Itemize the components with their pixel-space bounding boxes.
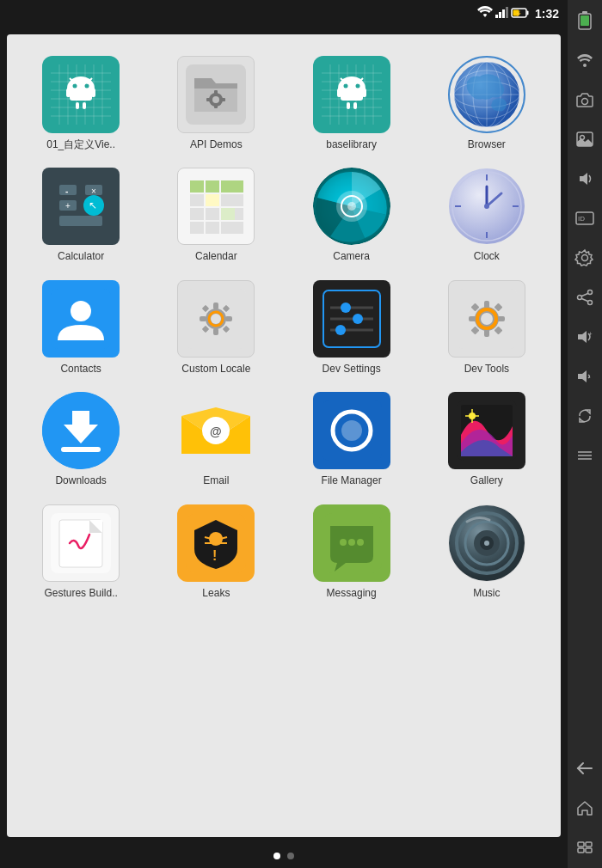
svg-point-166 (348, 539, 355, 546)
app-item-gestures[interactable]: Gestures Build.. (15, 500, 146, 603)
svg-text:-: - (588, 373, 591, 381)
svg-text:ID: ID (578, 215, 585, 223)
app-item-contacts[interactable]: Contacts (15, 276, 146, 379)
app-item-calculator[interactable]: - × + ↖ Calculator (15, 163, 146, 266)
svg-rect-136 (497, 316, 505, 321)
app-item-devtools[interactable]: Dev Tools (421, 276, 552, 379)
status-icons: ⚡ 1:32 (477, 6, 559, 21)
sidebar-battery-icon[interactable] (573, 9, 597, 33)
app-item-base[interactable]: baselibrary (286, 52, 417, 155)
svg-rect-176 (580, 15, 589, 26)
sidebar-share-icon[interactable] (573, 285, 597, 309)
svg-point-107 (484, 204, 489, 209)
app-item-01view[interactable]: 01_自定义Vie.. (15, 52, 146, 155)
svg-rect-92 (235, 194, 243, 206)
svg-rect-135 (469, 316, 476, 321)
sidebar-id-icon[interactable]: ID (573, 206, 597, 230)
svg-point-184 (588, 290, 593, 295)
sidebar-list-icon[interactable] (573, 443, 597, 468)
sidebar-back-icon[interactable] (573, 756, 597, 780)
sidebar-menu-icon[interactable] (573, 835, 597, 859)
app-label-gallery: Gallery (470, 474, 503, 486)
svg-rect-28 (91, 89, 95, 97)
svg-point-112 (211, 314, 221, 324)
svg-point-173 (484, 541, 489, 546)
svg-point-109 (71, 301, 91, 321)
page-dot-1[interactable] (273, 853, 280, 859)
app-item-messaging[interactable]: Messaging (286, 500, 417, 603)
app-icon-messaging (313, 504, 390, 582)
sidebar-volume-icon[interactable] (573, 167, 597, 191)
svg-rect-93 (235, 208, 243, 220)
app-label-messaging: Messaging (327, 587, 377, 599)
svg-rect-197 (578, 842, 584, 847)
sidebar-home-icon[interactable] (573, 796, 597, 820)
sidebar-camera-icon[interactable] (573, 88, 597, 112)
main-screen: ⚡ 1:32 (0, 0, 568, 868)
sidebar-photo-icon[interactable] (573, 127, 597, 151)
svg-point-186 (578, 296, 582, 300)
app-item-gallery[interactable]: Gallery (421, 388, 552, 491)
svg-rect-134 (484, 329, 489, 337)
svg-marker-191 (578, 370, 587, 382)
svg-marker-189 (578, 331, 587, 343)
svg-rect-37 (221, 98, 225, 101)
status-bar: ⚡ 1:32 (0, 0, 568, 28)
app-icon-contacts (42, 280, 120, 358)
svg-point-128 (335, 325, 346, 335)
svg-point-167 (357, 539, 364, 546)
svg-text:-: - (65, 186, 68, 196)
svg-text:!: ! (212, 548, 217, 563)
app-icon-browser (448, 56, 525, 133)
svg-rect-94 (235, 222, 243, 234)
svg-text:@: @ (210, 425, 222, 438)
app-item-calendar[interactable]: Calendar (150, 163, 281, 266)
svg-line-187 (582, 294, 588, 296)
svg-rect-1 (499, 12, 501, 18)
sidebar-volume-up-icon[interactable]: + (573, 325, 597, 349)
svg-rect-175 (582, 11, 587, 14)
app-item-leaks[interactable]: ! Leaks (150, 500, 281, 603)
svg-rect-85 (190, 208, 204, 220)
app-label-01view: 01_自定义Vie.. (46, 138, 115, 150)
app-item-api[interactable]: API Demos (150, 52, 281, 155)
sidebar-wifi-icon[interactable] (573, 48, 597, 72)
svg-point-98 (347, 202, 356, 211)
svg-rect-57 (337, 89, 341, 97)
svg-point-165 (340, 539, 347, 546)
svg-point-149 (341, 420, 362, 441)
sidebar-settings-icon[interactable] (573, 246, 597, 270)
svg-rect-3 (506, 7, 508, 18)
svg-point-23 (85, 84, 89, 89)
svg-point-33 (212, 96, 219, 103)
app-item-browser[interactable]: Browser (421, 52, 552, 155)
app-item-filemanager[interactable]: File Manager (286, 388, 417, 491)
app-icon-clock (448, 168, 525, 245)
svg-point-53 (355, 84, 359, 89)
wifi-icon (477, 6, 493, 21)
battery-icon: ⚡ (512, 6, 529, 21)
app-item-clock[interactable]: Clock (421, 163, 552, 266)
app-item-devsettings[interactable]: Dev Settings (286, 276, 417, 379)
svg-rect-5 (526, 11, 528, 15)
page-indicators (0, 844, 568, 868)
app-item-music[interactable]: Music (421, 500, 552, 603)
app-item-camera[interactable]: Camera (286, 163, 417, 266)
right-sidebar: ID + - (568, 0, 602, 868)
svg-rect-58 (362, 89, 366, 97)
app-item-locale[interactable]: Custom Locale (150, 276, 281, 379)
sidebar-volume-down-icon[interactable]: - (573, 364, 597, 388)
svg-rect-200 (586, 848, 592, 853)
svg-point-178 (582, 99, 588, 105)
app-grid-container: 01_自定义Vie.. (7, 34, 561, 837)
app-item-downloads[interactable]: Downloads (15, 388, 146, 491)
sidebar-rotate-icon[interactable] (573, 404, 597, 428)
page-dot-2[interactable] (287, 853, 294, 859)
svg-point-132 (481, 313, 493, 325)
app-icon-devtools (448, 280, 525, 358)
svg-rect-89 (206, 222, 219, 234)
app-icon-gallery (448, 392, 525, 469)
app-item-email[interactable]: @ Email (150, 388, 281, 491)
svg-rect-36 (206, 98, 211, 101)
app-grid: 01_自定义Vie.. (15, 52, 552, 603)
